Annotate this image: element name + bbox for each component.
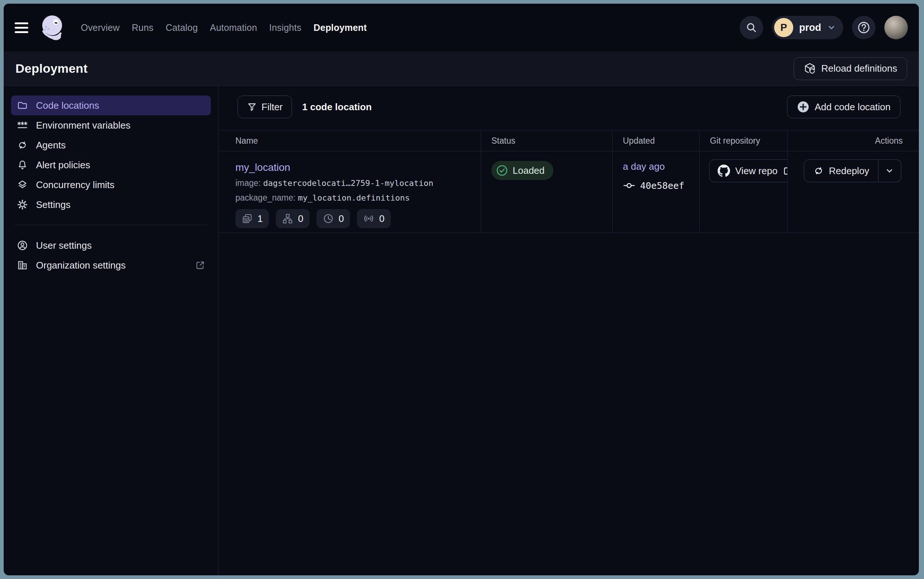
sidebar-item-concurrency-limits[interactable]: Concurrency limits — [11, 175, 211, 195]
hamburger-menu-icon[interactable] — [15, 19, 32, 36]
redeploy-button[interactable]: Redeploy — [804, 159, 878, 182]
search-icon — [746, 22, 757, 33]
external-link-icon — [783, 166, 787, 176]
sensors-count-badge[interactable]: 0 — [357, 209, 390, 228]
sidebar-item-label: Agents — [36, 140, 66, 151]
jobs-icon — [242, 213, 253, 224]
sidebar-item-label: Settings — [36, 199, 70, 211]
view-repo-button[interactable]: View repo — [709, 159, 787, 182]
nav-item-overview[interactable]: Overview — [81, 23, 120, 33]
help-button[interactable] — [852, 16, 875, 39]
search-button[interactable] — [740, 16, 763, 39]
table-header-row: Name Status Updated Git repository Actio… — [219, 131, 919, 151]
package-value: my_location.definitions — [298, 193, 410, 203]
reload-definitions-label: Reload definitions — [821, 63, 897, 74]
github-icon — [718, 165, 730, 177]
table-row: my_location image: dagstercodelocati…275… — [219, 151, 919, 233]
redeploy-more-button[interactable] — [878, 159, 901, 182]
nav-item-runs[interactable]: Runs — [132, 23, 153, 33]
environment-avatar: P — [774, 18, 793, 37]
nav-item-catalog[interactable]: Catalog — [166, 23, 198, 33]
external-link-icon — [195, 260, 205, 270]
sidebar-item-code-locations[interactable]: Code locations — [11, 95, 211, 115]
page-title: Deployment — [15, 61, 88, 76]
schedules-count-badge[interactable]: 0 — [317, 209, 350, 228]
toolbar: Filter 1 code location Add code location — [219, 86, 919, 127]
nav-item-automation[interactable]: Automation — [210, 23, 257, 33]
column-header-status: Status — [481, 131, 612, 151]
column-header-name: Name — [219, 131, 481, 151]
graphs-count: 0 — [298, 213, 303, 224]
primary-nav: Overview Runs Catalog Automation Insight… — [81, 23, 379, 33]
redeploy-label: Redeploy — [829, 165, 869, 177]
redeploy-split-button: Redeploy — [804, 159, 901, 232]
column-header-updated: Updated — [612, 131, 699, 151]
graphs-count-badge[interactable]: 0 — [276, 209, 309, 228]
sidebar-item-label: Code locations — [36, 100, 99, 111]
environment-switcher[interactable]: P prod — [772, 16, 843, 39]
chevron-down-icon — [827, 23, 836, 32]
add-code-location-button[interactable]: Add code location — [787, 95, 901, 118]
status-label: Loaded — [513, 165, 545, 177]
git-commit-icon — [623, 179, 635, 192]
nav-right-cluster: P prod — [740, 16, 908, 39]
sidebar-item-environment-variables[interactable]: Environment variables — [11, 115, 211, 135]
updated-cell: a day ago 40e58eef — [612, 151, 699, 232]
person-circle-icon — [16, 240, 28, 251]
sidebar-item-label: Environment variables — [36, 120, 131, 131]
graph-icon — [282, 213, 293, 224]
help-question-icon — [857, 21, 870, 34]
dagster-octopus-logo[interactable] — [38, 13, 67, 42]
filter-funnel-icon — [247, 102, 257, 112]
user-avatar[interactable] — [884, 16, 908, 39]
content-area: Code locations Environment variables — [4, 86, 919, 575]
image-line: image: dagstercodelocati…2759-1-mylocati… — [235, 178, 481, 188]
empty-area — [219, 233, 919, 575]
sidebar-item-user-settings[interactable]: User settings — [11, 236, 211, 255]
nav-item-deployment[interactable]: Deployment — [313, 23, 367, 33]
bell-icon — [16, 159, 28, 171]
git-repository-cell: View repo — [699, 151, 787, 232]
status-cell: Loaded — [481, 151, 612, 232]
sensor-icon — [363, 213, 374, 224]
updated-time-link[interactable]: a day ago — [623, 161, 665, 172]
image-value: dagstercodelocati…2759-1-mylocation — [263, 178, 433, 188]
sidebar-item-agents[interactable]: Agents — [11, 135, 211, 155]
nav-item-insights[interactable]: Insights — [269, 23, 302, 33]
count-badges: 1 — [235, 209, 481, 228]
app-window: Overview Runs Catalog Automation Insight… — [4, 4, 919, 575]
status-badge: Loaded — [491, 161, 553, 180]
column-header-actions: Actions — [787, 131, 919, 151]
main-panel: Filter 1 code location Add code location — [219, 86, 919, 575]
redeploy-refresh-icon — [813, 165, 824, 177]
column-header-git-repository: Git repository — [699, 131, 787, 151]
jobs-count-badge[interactable]: 1 — [235, 209, 269, 228]
agents-sync-icon — [16, 139, 28, 151]
code-locations-table: Name Status Updated Git repository Actio… — [219, 130, 919, 233]
environment-name: prod — [799, 22, 821, 33]
chevron-down-icon — [885, 166, 894, 176]
gear-icon — [16, 199, 28, 211]
sidebar-item-settings[interactable]: Settings — [11, 195, 211, 214]
reload-cube-icon — [803, 62, 816, 75]
env-vars-icon — [16, 119, 28, 131]
filter-button[interactable]: Filter — [238, 95, 292, 118]
package-label: package_name: — [235, 193, 295, 203]
sidebar-item-organization-settings[interactable]: Organization settings — [11, 255, 211, 275]
view-repo-label: View repo — [735, 165, 777, 177]
sidebar-item-label: User settings — [36, 240, 92, 251]
sidebar-item-label: Concurrency limits — [36, 179, 114, 191]
package-line: package_name: my_location.definitions — [235, 193, 481, 203]
page-header: Deployment Reload definitions — [4, 51, 919, 86]
commit-line: 40e58eef — [623, 179, 699, 192]
sidebar-item-label: Alert policies — [36, 159, 90, 171]
sensors-count: 0 — [379, 213, 384, 224]
check-circle-icon — [496, 165, 508, 177]
sidebar-item-label: Organization settings — [36, 260, 126, 271]
layers-icon — [16, 179, 28, 191]
reload-definitions-button[interactable]: Reload definitions — [793, 57, 907, 80]
schedule-clock-icon — [323, 213, 334, 224]
code-location-count: 1 code location — [302, 101, 372, 113]
sidebar-item-alert-policies[interactable]: Alert policies — [11, 155, 211, 175]
code-location-link[interactable]: my_location — [235, 162, 290, 173]
